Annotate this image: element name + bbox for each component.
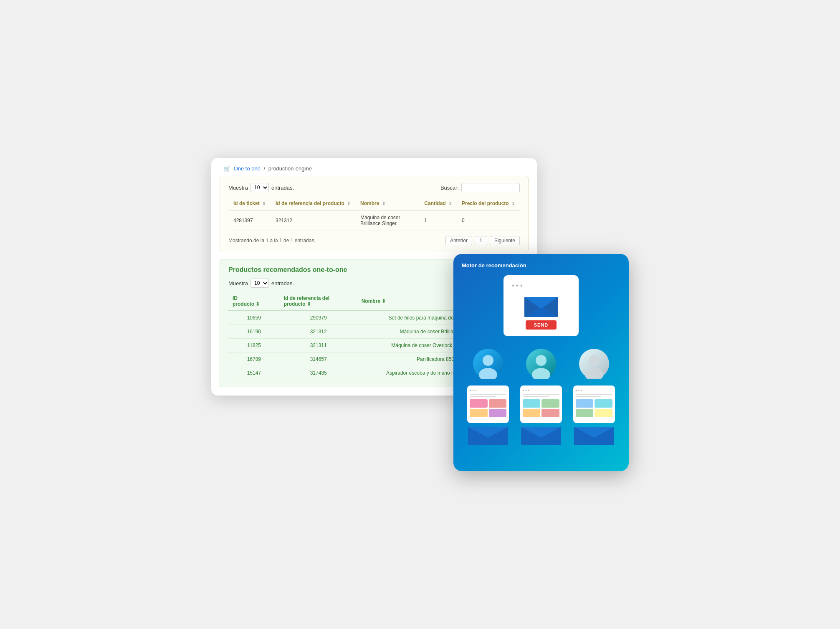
cell-id-producto: 11825 <box>228 339 280 353</box>
avatar-item-1 <box>473 349 503 379</box>
breadcrumb-current: production-engine <box>268 165 312 172</box>
envelope-icon <box>524 294 558 317</box>
avatar-teal <box>526 349 556 379</box>
top-data-table: Id de ticket ⇕ Id de referencia del prod… <box>228 197 520 231</box>
entries-select[interactable]: 10 25 50 <box>250 183 269 192</box>
cell-id-ref: 321312 <box>271 210 355 231</box>
cell-nombre: Máquina de coser Brilliance Singer <box>355 210 419 231</box>
bottom-entries-label: entradas. <box>271 280 294 287</box>
col-id-ticket[interactable]: Id de ticket ⇕ <box>228 197 271 210</box>
cell-cantidad: 1 <box>419 210 457 231</box>
mini-card-content-2: • • • <box>520 386 562 423</box>
recommendation-card: Motor de recomendación • • • SEND <box>453 254 629 471</box>
cell-id-producto: 16789 <box>228 353 280 366</box>
cell-id-ref: 317435 <box>280 366 357 380</box>
avatar-blue <box>473 349 503 379</box>
mini-email-card-1: • • • <box>467 386 509 446</box>
svg-point-11 <box>589 355 600 366</box>
top-table-section: Muestra 10 25 50 entradas. Buscar: Id <box>220 176 529 252</box>
col-id-ref[interactable]: Id de referencia del producto ⇕ <box>271 197 355 210</box>
footer-text: Mostrando de la 1 a la 1 de 1 entradas. <box>228 238 316 243</box>
cell-precio: 0 <box>457 210 520 231</box>
mini-envelope-2 <box>520 421 562 446</box>
mini-card-content-1: • • • <box>467 386 509 423</box>
svg-point-5 <box>483 355 493 366</box>
col-cantidad[interactable]: Cantidad ⇕ <box>419 197 457 210</box>
mini-dots-3: • • • <box>576 388 612 393</box>
search-box: Buscar: <box>440 183 520 192</box>
mini-email-card-2: • • • <box>520 386 562 446</box>
email-cards-row: • • • <box>462 386 620 446</box>
table-row: 4281397 321312 Máquina de coser Brillian… <box>228 210 520 231</box>
avatar-gray <box>579 349 609 379</box>
cell-id-ref: 314657 <box>280 353 357 366</box>
cell-id-ticket: 4281397 <box>228 210 271 231</box>
page-number: 1 <box>475 236 487 245</box>
breadcrumb-link[interactable]: One to one <box>234 165 261 172</box>
prev-button[interactable]: Anterior <box>445 236 472 245</box>
avatar-item-2 <box>526 349 556 379</box>
top-table-controls: Muestra 10 25 50 entradas. Buscar: <box>228 183 520 192</box>
pagination: Anterior 1 Siguiente <box>445 236 520 245</box>
mini-envelope-1 <box>467 421 509 446</box>
cart-icon: 🛒 <box>224 165 230 172</box>
avatar-item-3 <box>579 349 609 379</box>
cell-id-producto: 15147 <box>228 366 280 380</box>
green-col-id[interactable]: IDproducto ⇕ <box>228 292 280 311</box>
next-button[interactable]: Siguiente <box>490 236 520 245</box>
avatars-row <box>462 349 620 379</box>
scene: 🛒 One to one / production-engine Muestra… <box>211 158 629 471</box>
cell-id-producto: 10659 <box>228 311 280 325</box>
cell-id-ref: 290979 <box>280 311 357 325</box>
cell-id-producto: 16190 <box>228 325 280 339</box>
top-table-footer: Mostrando de la 1 a la 1 de 1 entradas. … <box>228 236 520 245</box>
send-button[interactable]: SEND <box>526 320 557 330</box>
cell-id-ref: 321311 <box>280 339 357 353</box>
mini-dots-2: • • • <box>523 388 559 393</box>
breadcrumb: 🛒 One to one / production-engine <box>211 158 537 176</box>
search-label: Buscar: <box>440 185 459 191</box>
mini-card-content-3: • • • <box>573 386 615 423</box>
svg-point-8 <box>536 355 547 366</box>
bottom-show-entries: Muestra 10 25 entradas. <box>228 279 294 288</box>
show-label: Muestra <box>228 185 248 191</box>
bottom-entries-select[interactable]: 10 25 <box>250 279 269 288</box>
mini-email-card-3: • • • <box>573 386 615 446</box>
mini-dots-1: • • • <box>470 388 506 393</box>
cell-id-ref: 321312 <box>280 325 357 339</box>
email-send-widget: • • • SEND <box>503 275 579 336</box>
mini-envelope-3 <box>573 421 615 446</box>
rec-card-title: Motor de recomendación <box>462 262 620 269</box>
breadcrumb-separator: / <box>264 165 266 172</box>
col-precio[interactable]: Precio del producto ⇕ <box>457 197 520 210</box>
show-entries-control: Muestra 10 25 50 entradas. <box>228 183 294 192</box>
entries-label: entradas. <box>271 185 294 191</box>
widget-dots: • • • <box>512 282 570 289</box>
bottom-show-label: Muestra <box>228 280 248 287</box>
green-col-ref[interactable]: Id de referencia delproducto ⇕ <box>280 292 357 311</box>
search-input[interactable] <box>461 183 520 192</box>
col-nombre[interactable]: Nombre ⇕ <box>355 197 419 210</box>
